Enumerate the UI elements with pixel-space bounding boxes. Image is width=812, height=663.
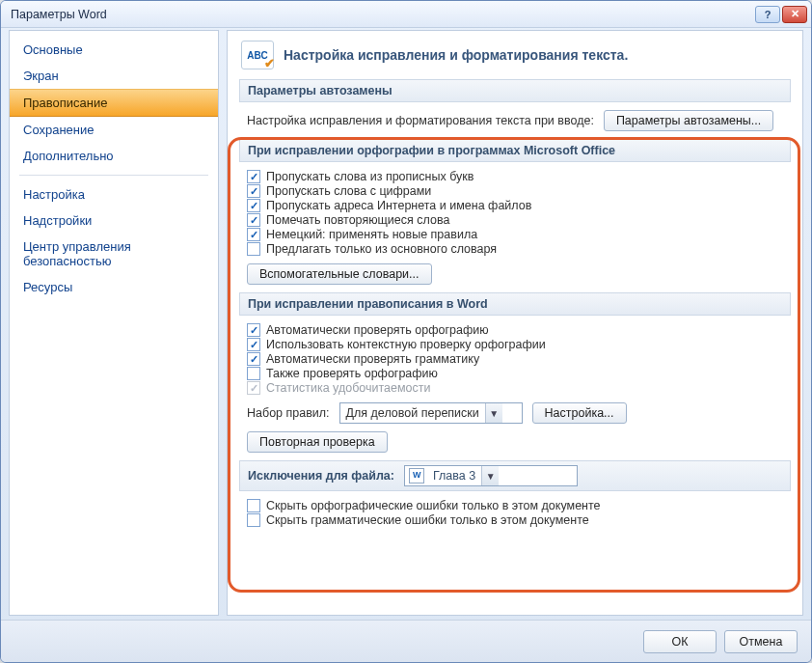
checkbox-check-grammar-with-spelling[interactable]	[247, 367, 260, 380]
section-spelling-office: При исправлении орфографии в программах …	[239, 139, 791, 162]
checkbox-main-dict-only[interactable]	[247, 242, 260, 256]
checkbox-check-spelling[interactable]	[247, 323, 260, 337]
ruleset-select[interactable]: Для деловой переписки ▼	[339, 402, 523, 424]
word-document-icon	[409, 468, 424, 483]
label-hide-spelling-errors: Скрыть орфографические ошибки только в э…	[266, 499, 601, 512]
dialog-footer: ОК Отмена	[1, 620, 811, 662]
label-check-grammar-with-spelling: Также проверять орфографию	[266, 367, 438, 380]
window-title: Параметры Word	[11, 8, 107, 21]
sidebar-item-addins[interactable]: Надстройки	[10, 207, 218, 234]
sidebar-item-proofing[interactable]: Правописание	[10, 89, 218, 117]
sidebar-separator	[19, 175, 208, 176]
grammar-settings-button[interactable]: Настройка...	[532, 402, 627, 424]
checkbox-readability	[247, 381, 260, 395]
sidebar-item-save[interactable]: Сохранение	[10, 117, 218, 143]
close-button[interactable]: ✕	[782, 6, 807, 23]
label-main-dict-only: Предлагать только из основного словаря	[266, 242, 497, 256]
page-title: Настройка исправления и форматирования т…	[284, 47, 628, 63]
label-readability: Статистика удобочитаемости	[266, 381, 431, 395]
label-check-grammar: Автоматически проверять грамматику	[266, 352, 479, 366]
label-ignore-urls: Пропускать адреса Интернета и имена файл…	[266, 199, 531, 212]
checkbox-ignore-uppercase[interactable]	[247, 170, 260, 183]
sidebar-item-trust-center[interactable]: Центр управления безопасностью	[10, 234, 218, 274]
content-panel: ABC Настройка исправления и форматирован…	[227, 30, 803, 616]
cancel-button[interactable]: Отмена	[724, 630, 798, 653]
exceptions-label: Исключения для файла:	[248, 469, 394, 483]
chevron-down-icon[interactable]: ▼	[481, 466, 499, 485]
ruleset-label: Набор правил:	[247, 406, 330, 420]
titlebar: Параметры Word ? ✕	[1, 1, 811, 28]
sidebar-item-advanced[interactable]: Дополнительно	[10, 143, 218, 169]
sidebar-item-general[interactable]: Основные	[10, 37, 218, 63]
exceptions-file-select[interactable]: Глава 3 ▼	[404, 465, 578, 486]
custom-dictionaries-button[interactable]: Вспомогательные словари...	[247, 263, 432, 285]
label-flag-repeated: Помечать повторяющиеся слова	[266, 213, 449, 227]
autocorrect-desc: Настройка исправления и форматирования т…	[247, 114, 594, 127]
checkbox-ignore-urls[interactable]	[247, 199, 260, 212]
checkbox-german-reform[interactable]	[247, 228, 260, 241]
label-check-spelling: Автоматически проверять орфографию	[266, 323, 489, 337]
autocorrect-options-button[interactable]: Параметры автозамены...	[604, 110, 773, 131]
checkbox-check-grammar[interactable]	[247, 352, 260, 366]
proofing-icon: ABC	[241, 41, 274, 69]
checkbox-contextual-spelling[interactable]	[247, 338, 260, 351]
checkbox-flag-repeated[interactable]	[247, 213, 260, 227]
checkbox-hide-grammar-errors[interactable]	[247, 513, 260, 527]
label-german-reform: Немецкий: применять новые правила	[266, 228, 477, 241]
exceptions-file-value: Глава 3	[427, 469, 481, 483]
checkbox-ignore-numbers[interactable]	[247, 184, 260, 198]
sidebar-item-resources[interactable]: Ресурсы	[10, 274, 218, 300]
sidebar-item-display[interactable]: Экран	[10, 63, 218, 89]
label-contextual-spelling: Использовать контекстную проверку орфогр…	[266, 338, 546, 351]
options-dialog: Параметры Word ? ✕ Основные Экран Правоп…	[0, 0, 812, 663]
label-hide-grammar-errors: Скрыть грамматические ошибки только в эт…	[266, 513, 589, 527]
section-spelling-word: При исправлении правописания в Word	[239, 292, 791, 316]
checkbox-hide-spelling-errors[interactable]	[247, 499, 260, 512]
ok-button[interactable]: ОК	[643, 630, 717, 653]
chevron-down-icon[interactable]: ▼	[485, 403, 502, 423]
recheck-button[interactable]: Повторная проверка	[247, 431, 388, 453]
help-button[interactable]: ?	[755, 6, 780, 23]
sidebar: Основные Экран Правописание Сохранение Д…	[9, 30, 219, 616]
label-ignore-numbers: Пропускать слова с цифрами	[266, 184, 431, 198]
section-exceptions: Исключения для файла: Глава 3 ▼	[239, 460, 791, 491]
ruleset-value: Для деловой переписки	[340, 406, 485, 420]
label-ignore-uppercase: Пропускать слова из прописных букв	[266, 170, 474, 183]
section-autocorrect: Параметры автозамены	[239, 79, 791, 102]
sidebar-item-customize[interactable]: Настройка	[10, 181, 218, 207]
